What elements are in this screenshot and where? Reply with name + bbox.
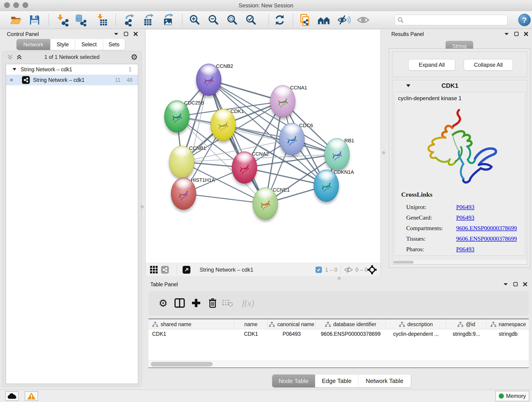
zoom-selected-button[interactable] [244,13,258,27]
column-header-4[interactable]: description [386,319,446,329]
collapse-panel-icon[interactable] [504,32,509,36]
warning-status-button[interactable] [25,391,38,401]
show-glass-effect-button[interactable] [356,13,370,27]
collapse-all-button[interactable]: Collapse All [464,59,513,70]
table-cell-0: CDK1 [148,329,234,338]
table-options-gear-icon[interactable]: ⚙ [157,297,170,309]
help-button[interactable]: ? [518,14,531,26]
crosslink-value-1[interactable]: P06493 [456,214,474,221]
clone-network-button[interactable] [298,13,311,27]
crosslink-row: Pharos:P06493 [406,244,521,255]
network-view-mode-button[interactable] [161,263,169,276]
gene-description: cyclin-dependent kinase 1 [398,95,462,102]
cloud-status-button[interactable] [5,391,19,401]
network-canvas[interactable]: CCNB2CCNA1CDC25BCDK1CDC6RB1CCNB1CCNA2CDK… [145,30,381,263]
refresh-button[interactable] [273,13,286,27]
bottom-splitter-handle[interactable] [338,277,341,280]
show-columns-button[interactable] [173,297,186,309]
control-panel-controls [114,32,138,36]
node-label-cdk1: CDK1 [230,108,244,114]
float-panel-icon[interactable] [514,32,519,36]
table-hscroll-thumb[interactable] [151,362,213,366]
crosslink-value-4[interactable]: P06493 [456,246,474,253]
column-header-3[interactable]: database identifier [316,319,386,329]
zoom-out-button[interactable] [207,13,220,27]
right-splitter-handle[interactable] [382,151,385,154]
close-panel-icon[interactable] [523,282,527,287]
crosslink-value-3[interactable]: 9606.ENSP00000378699 [456,235,517,242]
tab-network-table[interactable]: Network Table [358,375,411,387]
hide-glass-effect-button[interactable] [337,13,351,27]
column-header-label: description [407,321,433,327]
tab-node-table[interactable]: Node Table [272,375,315,387]
import-network-database-button[interactable] [74,13,87,27]
search-field[interactable] [395,15,507,25]
column-header-2[interactable]: canonical name [268,319,316,329]
collapse-gene-icon[interactable] [406,84,411,88]
collapse-panel-icon[interactable] [114,32,119,36]
column-header-1[interactable]: name [234,319,268,329]
hidden-toggle[interactable] [344,263,353,276]
results-hscroll-thumb[interactable] [393,261,414,264]
memory-button[interactable]: Memory [495,391,529,401]
node-structure-icon [276,94,290,110]
close-panel-icon[interactable] [524,32,528,36]
zoom-in-button[interactable] [188,13,201,27]
crosslinks-title: CrossLinks [401,191,432,198]
import-table-file-button[interactable] [96,13,109,27]
zoom-fit-button[interactable] [225,13,239,27]
create-column-button[interactable] [190,297,203,309]
tab-edge-table[interactable]: Edge Table [315,375,358,387]
float-panel-icon[interactable] [513,282,518,287]
search-input[interactable] [405,17,507,23]
column-header-5[interactable]: @id [446,319,486,329]
close-panel-icon[interactable] [133,32,138,36]
export-image-button[interactable] [162,13,176,27]
open-session-button[interactable] [9,13,22,27]
export-network-button[interactable] [123,13,137,27]
node-structure-icon [258,196,272,213]
network-row[interactable]: String Network – cdk1 11 48 [6,75,138,85]
selected-checkbox[interactable] [316,263,322,276]
column-header-6[interactable]: namespace [486,319,529,329]
reposition-button[interactable] [367,263,377,276]
tab-network[interactable]: Network [17,39,51,50]
tab-style[interactable]: Style [51,39,75,50]
left-splitter-handle[interactable] [141,205,144,208]
crosslink-value-0[interactable]: P06493 [456,204,474,211]
delete-column-button[interactable] [206,297,219,309]
crosslink-value-2[interactable]: 9606.ENSP00000378699 [456,225,517,232]
column-header-0[interactable]: shared name [148,319,234,329]
delete-table-button[interactable] [221,297,234,309]
crosslink-label-4: Pharos: [406,246,456,253]
results-hscrollbar[interactable] [393,260,526,264]
network-edge-ccnb2-ccne1[interactable] [209,80,265,204]
function-builder-button[interactable]: f(x) [238,297,259,309]
selected-node-edge-counts: 1 – 0 [325,263,337,276]
network-collection-row[interactable]: String Network – cdk1 1 [6,64,138,75]
node-structure-icon [202,72,216,89]
crosslink-row: GeneCard:P06493 [406,212,521,223]
network-options-gear-icon[interactable]: ⚙ [131,52,138,62]
expand-all-button[interactable]: Expand All [408,59,455,70]
birdseye-view-button[interactable] [183,263,190,276]
save-session-button[interactable] [28,13,41,27]
results-panel-controls [504,32,528,36]
export-table-button[interactable] [143,13,156,27]
float-panel-icon[interactable] [124,32,128,36]
network-label: String Network – cdk1 [33,77,85,83]
table-hscrollbar[interactable] [148,361,529,367]
collapse-panel-icon[interactable] [503,282,508,286]
tab-sets[interactable]: Sets [103,39,125,50]
network-list-panel: 1 of 1 Network selected ⚙ String Network… [2,51,142,387]
grid-view-button[interactable] [150,263,158,276]
network-node-count: 11 [115,77,120,83]
import-network-file-button[interactable] [56,13,70,27]
string-home-button[interactable] [317,13,330,27]
table-row[interactable]: CDK1CDK1P064939606.ENSP00000378699cyclin… [148,329,529,338]
node-label-cdkn1a: CDKN1A [334,169,354,175]
tab-select[interactable]: Select [75,39,103,50]
network-edge-ccnb2-hist1h1a[interactable] [184,80,209,194]
tree-expand-icon[interactable] [12,68,17,71]
gene-header[interactable]: CDK1 [392,80,527,91]
